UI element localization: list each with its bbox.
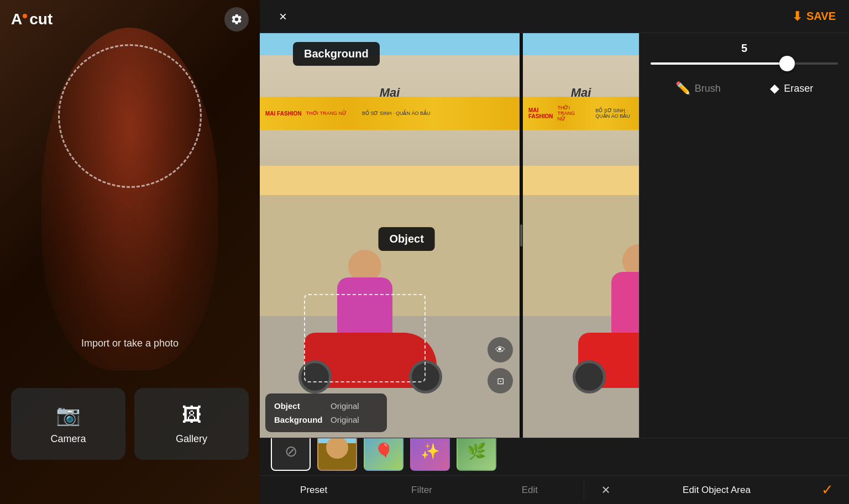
save-label: SAVE bbox=[806, 10, 836, 23]
close-icon: × bbox=[279, 9, 287, 24]
left-header: A cut bbox=[0, 0, 260, 39]
visibility-button[interactable]: 👁 bbox=[488, 337, 513, 363]
eye-icon: 👁 bbox=[495, 344, 505, 356]
bottom-tabs-left: Preset Filter Edit bbox=[260, 476, 584, 505]
brush-icon: ✏️ bbox=[675, 81, 690, 96]
eraser-button[interactable]: ◆ Eraser bbox=[761, 77, 822, 100]
selection-border bbox=[304, 294, 426, 382]
bottom-strip: ⊘ Original Portrait 🎈 ColorPop ✨ Fa bbox=[260, 438, 849, 504]
slider-track[interactable] bbox=[651, 62, 838, 65]
slider-thumb[interactable] bbox=[779, 56, 795, 71]
check-icon: ✓ bbox=[821, 481, 834, 498]
top-bar: × ⬇ SAVE bbox=[260, 0, 849, 33]
yellow-banner-left: MAI FASHION THỜI TRANG NỮ BỒ SƠ SINH · Q… bbox=[260, 97, 520, 130]
preset-natural-thumb: 🌿 bbox=[457, 438, 496, 471]
compare-icon: ⊡ bbox=[497, 376, 504, 386]
tab-edit[interactable]: Edit bbox=[476, 476, 584, 505]
scooter-group-right bbox=[567, 266, 639, 388]
background-key: Background bbox=[274, 415, 324, 424]
preset-original[interactable]: ⊘ Original bbox=[271, 438, 311, 475]
gallery-icon: 🖼 bbox=[182, 403, 202, 427]
preset-fantasy-thumb: ✨ bbox=[410, 438, 450, 471]
editor-area: Mai MAI FASHION THỜI TRANG NỮ BỒ SƠ SINH… bbox=[260, 33, 849, 438]
object-value: Original bbox=[331, 401, 359, 411]
canvas-main[interactable]: Mai MAI FASHION THỜI TRANG NỮ BỒ SƠ SINH… bbox=[260, 33, 520, 438]
logo-dot bbox=[23, 14, 27, 18]
gallery-button[interactable]: 🖼 Gallery bbox=[134, 388, 249, 460]
right-canvas: Mai MAI FASHION THỜI TRANG NỮ BỒ SƠ SINH… bbox=[523, 33, 639, 438]
gear-icon bbox=[230, 13, 243, 25]
store-front-right: Mai MAI FASHION THỜI TRANG NỮ BỒ SƠ SINH… bbox=[523, 55, 639, 166]
separator-handle[interactable] bbox=[520, 224, 522, 246]
store-front-left: Mai MAI FASHION THỜI TRANG NỮ BỒ SƠ SINH… bbox=[260, 55, 520, 166]
settings-button[interactable] bbox=[224, 7, 249, 32]
object-label-row: Object Original bbox=[274, 399, 378, 413]
close-button[interactable]: × bbox=[273, 7, 293, 27]
right-area: × ⬇ SAVE Mai MAI FASHION THỜI TRANG NỮ B… bbox=[260, 0, 849, 504]
slider-value-label: 5 bbox=[651, 42, 838, 55]
compare-button[interactable]: ⊡ bbox=[488, 368, 513, 393]
bottom-tabs: Preset Filter Edit × Edit Object Area ✓ bbox=[260, 475, 849, 504]
preset-colorpop-thumb: 🎈 bbox=[364, 438, 403, 471]
preset-original-thumb: ⊘ bbox=[271, 438, 311, 471]
presets-row: ⊘ Original Portrait 🎈 ColorPop ✨ Fa bbox=[260, 438, 849, 475]
canvas-controls: 👁 ⊡ bbox=[488, 337, 513, 393]
logo-cut-text: cut bbox=[29, 11, 53, 28]
side-tools-panel: 5 ✏️ Brush ◆ Eraser bbox=[639, 33, 849, 438]
scooter-wheel-back-right bbox=[573, 360, 606, 393]
camera-label: Camera bbox=[50, 433, 86, 445]
logo-a-letter: A bbox=[11, 11, 22, 28]
import-text: Import or take a photo bbox=[0, 338, 260, 349]
app-logo: A cut bbox=[11, 11, 53, 28]
selection-circle bbox=[58, 44, 202, 188]
tooltip-object: Object bbox=[379, 227, 435, 251]
labels-overlay: Object Original Background Original bbox=[265, 393, 387, 432]
object-key: Object bbox=[274, 401, 324, 411]
portrait-face-circle bbox=[326, 438, 348, 459]
edit-object-area-label: Edit Object Area bbox=[683, 485, 751, 495]
slider-fill bbox=[651, 62, 787, 65]
camera-button[interactable]: 📷 Camera bbox=[11, 388, 125, 460]
save-download-icon: ⬇ bbox=[792, 9, 802, 24]
background-label-row: Background Original bbox=[274, 413, 378, 427]
bottom-tabs-right: × Edit Object Area ✓ bbox=[584, 480, 849, 501]
preset-colorpop[interactable]: 🎈 ColorPop bbox=[364, 438, 403, 475]
bottom-close-icon: × bbox=[601, 481, 610, 498]
save-button[interactable]: ⬇ SAVE bbox=[792, 9, 836, 24]
bottom-check-button[interactable]: ✓ bbox=[817, 480, 838, 501]
brush-eraser-row: ✏️ Brush ◆ Eraser bbox=[651, 77, 838, 100]
tab-filter[interactable]: Filter bbox=[368, 476, 475, 505]
eraser-label: Eraser bbox=[784, 83, 813, 95]
preset-portrait-thumb bbox=[317, 438, 357, 471]
left-panel: A cut Import or take a photo 📷 Camera 🖼 … bbox=[0, 0, 260, 504]
brush-label: Brush bbox=[695, 83, 721, 95]
edit-object-area-button[interactable]: Edit Object Area bbox=[683, 485, 751, 496]
action-buttons: 📷 Camera 🖼 Gallery bbox=[11, 388, 249, 460]
preset-fantasy[interactable]: ✨ Fantasy bbox=[410, 438, 450, 475]
gallery-label: Gallery bbox=[176, 433, 207, 445]
tooltip-background: Background bbox=[293, 42, 380, 66]
street-scene-right: Mai MAI FASHION THỜI TRANG NỮ BỒ SƠ SINH… bbox=[523, 33, 639, 438]
eraser-icon: ◆ bbox=[770, 81, 779, 96]
slider-row bbox=[651, 62, 838, 65]
tab-preset[interactable]: Preset bbox=[260, 476, 368, 505]
brush-button[interactable]: ✏️ Brush bbox=[667, 77, 730, 100]
background-value: Original bbox=[331, 415, 359, 424]
camera-icon: 📷 bbox=[56, 403, 81, 427]
portrait-face-image bbox=[318, 438, 356, 470]
preset-natural[interactable]: 🌿 Natural bbox=[457, 438, 496, 475]
bottom-close-button[interactable]: × bbox=[595, 480, 616, 501]
center-canvas: Mai MAI FASHION THỜI TRANG NỮ BỒ SƠ SINH… bbox=[260, 33, 520, 438]
preset-portrait[interactable]: Portrait bbox=[317, 438, 357, 475]
